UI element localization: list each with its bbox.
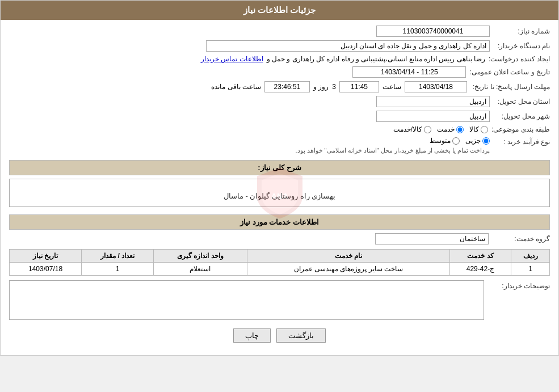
buyer-org-input[interactable] <box>206 40 490 52</box>
col-header-unit: واحد اندازه گیری <box>154 250 247 263</box>
cell-service-name: ساخت سایر پروژه‌های مهندسی عمران <box>247 263 449 276</box>
delivery-province-input[interactable] <box>376 96 490 107</box>
cell-quantity: 1 <box>82 263 154 276</box>
category-row: طبقه بندی موضوعی: کالا خدمت کالا/خدمت <box>9 125 550 133</box>
delivery-city-label: شهر محل تحویل: <box>493 112 550 120</box>
announce-datetime-label: تاریخ و ساعت اعلان عمومی: <box>469 68 550 76</box>
content-area: شماره نیاز: نام دستگاه خریدار: ایجاد کنن… <box>1 20 558 355</box>
page-container: جزئیات اطلاعات نیاز شماره نیاز: نام دستگ… <box>0 0 559 356</box>
col-header-service-code: کد خدمت <box>449 250 511 263</box>
creator-label: ایجاد کننده درخواست: <box>489 55 550 63</box>
service-group-input[interactable] <box>375 233 489 245</box>
purchase-type-label: نوع فرآیند خرید : <box>493 137 550 146</box>
delivery-province-row: استان محل تحویل: <box>9 96 550 107</box>
cell-service-code: ج-42-429 <box>449 263 511 276</box>
purchase-motavasset[interactable]: متوسط <box>430 137 460 145</box>
buyer-org-label: نام دستگاه خریدار: <box>493 42 550 50</box>
need-description-title: شرح کلی نیاز: <box>258 163 301 172</box>
purchase-motavasset-label: متوسط <box>430 137 451 145</box>
category-khadamat-radio[interactable] <box>456 126 464 133</box>
response-days-value: 3 <box>332 83 336 91</box>
category-label: طبقه بندی موضوعی: <box>491 125 550 133</box>
response-deadline-label: مهلت ارسال پاسخ: تا تاریخ: <box>470 83 550 91</box>
category-kala-khadamat-radio[interactable] <box>424 126 431 133</box>
delivery-city-input[interactable] <box>376 111 490 122</box>
back-button[interactable]: بازگشت <box>276 328 326 343</box>
buyer-description-textarea[interactable] <box>9 280 484 320</box>
category-kala-radio[interactable] <box>481 126 488 133</box>
delivery-province-label: استان محل تحویل: <box>493 98 550 106</box>
purchase-type-row: نوع فرآیند خرید : جزیی متوسط پرداخت تمام… <box>9 137 550 154</box>
services-section-header: اطلاعات خدمات مورد نیاز <box>9 214 550 230</box>
cell-unit: استعلام <box>154 263 247 276</box>
need-number-row: شماره نیاز: <box>9 26 550 37</box>
remaining-time-input[interactable] <box>264 81 310 92</box>
purchase-joz-label: جزیی <box>465 137 481 145</box>
cell-row-num: 1 <box>511 263 550 276</box>
page-title: جزئیات اطلاعات نیاز <box>243 5 316 15</box>
announce-datetime-row: تاریخ و ساعت اعلان عمومی: <box>9 66 550 78</box>
need-number-label: شماره نیاز: <box>493 27 550 35</box>
announce-datetime-input[interactable] <box>352 66 466 78</box>
category-kala-khadamat[interactable]: کالا/خدمت <box>393 125 431 133</box>
col-header-service-name: نام خدمت <box>247 250 449 263</box>
purchase-joz[interactable]: جزیی <box>465 137 490 145</box>
purchase-motavasset-radio[interactable] <box>452 137 460 145</box>
category-khadamat[interactable]: خدمت <box>437 125 464 133</box>
response-time-label: ساعت <box>383 83 401 91</box>
need-description-textarea[interactable] <box>9 179 550 207</box>
print-button[interactable]: چاپ <box>233 328 271 343</box>
buyer-description-label: توضیحات خریدار: <box>487 280 550 290</box>
buyer-org-row: نام دستگاه خریدار: <box>9 40 550 52</box>
cell-need-date: 1403/07/18 <box>10 263 82 276</box>
response-days-label: روز و <box>313 83 329 91</box>
purchase-type-note: پرداخت تمام یا بخشی از مبلغ خرید،از محل … <box>295 147 490 154</box>
buyer-description-wrapper <box>9 280 484 322</box>
buyer-description-row: توضیحات خریدار: <box>9 280 550 322</box>
creator-row: ایجاد کننده درخواست: رضا بناهی رییس ادار… <box>9 55 550 63</box>
need-description-section-header: شرح کلی نیاز: <box>9 160 550 175</box>
service-group-row: گروه خدمت: <box>9 233 550 245</box>
table-row: 1 ج-42-429 ساخت سایر پروژه‌های مهندسی عم… <box>10 263 550 276</box>
col-header-row-num: ردیف <box>511 250 550 263</box>
services-section-title: اطلاعات خدمات مورد نیاز <box>240 218 319 226</box>
page-header: جزئیات اطلاعات نیاز <box>1 1 558 20</box>
response-time-input[interactable] <box>339 81 379 92</box>
need-number-input[interactable] <box>376 26 490 37</box>
category-radio-group: کالا خدمت کالا/خدمت <box>393 125 488 133</box>
purchase-type-content: جزیی متوسط پرداخت تمام یا بخشی از مبلغ خ… <box>295 137 490 154</box>
creator-link[interactable]: اطلاعات تماس خریدار <box>201 55 263 63</box>
creator-text: رضا بناهی رییس اداره منابع انسانی،پشتیبا… <box>267 55 485 63</box>
button-row: بازگشت چاپ <box>9 328 550 343</box>
category-kala[interactable]: کالا <box>469 125 488 133</box>
need-description-wrapper: بهسازی راه روستایی گیلوان - ماسال ANA <box>9 179 550 209</box>
remaining-label: ساعت باقی مانده <box>211 83 261 91</box>
services-table: ردیف کد خدمت نام خدمت واحد اندازه گیری ت… <box>9 249 550 276</box>
purchase-joz-radio[interactable] <box>482 137 490 145</box>
category-kala-label: کالا <box>469 125 479 133</box>
services-table-section: ردیف کد خدمت نام خدمت واحد اندازه گیری ت… <box>9 249 550 276</box>
col-header-quantity: تعداد / مقدار <box>82 250 154 263</box>
col-header-need-date: تاریخ نیاز <box>10 250 82 263</box>
response-date-input[interactable] <box>405 81 467 92</box>
category-khadamat-label: خدمت <box>437 125 455 133</box>
category-kala-khadamat-label: کالا/خدمت <box>393 125 422 133</box>
delivery-city-row: شهر محل تحویل: <box>9 111 550 122</box>
response-deadline-row: مهلت ارسال پاسخ: تا تاریخ: ساعت 3 روز و … <box>9 81 550 92</box>
service-group-label: گروه خدمت: <box>493 235 550 243</box>
